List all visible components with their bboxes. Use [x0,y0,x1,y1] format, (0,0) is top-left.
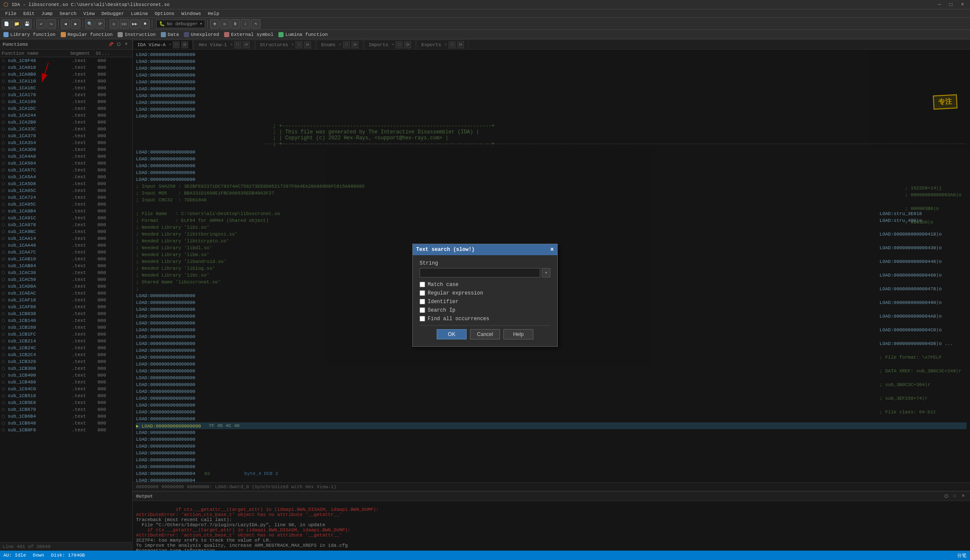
tb-sep3 [83,20,83,28]
app-icon: ⬡ [3,1,8,8]
identifier-label: Identifier [428,299,458,305]
title-bar-left: ⬡ IDA - libsscronet.so C:\Users\ali\Desk… [3,1,170,8]
tb-back[interactable]: ◀ [61,19,70,29]
modal-cancel-label: Cancel [477,331,493,337]
maximize-button[interactable]: □ [947,2,955,8]
modal-cancel-button[interactable]: Cancel [470,329,500,339]
menu-help[interactable]: Help [204,9,222,18]
tb-open[interactable]: 📁 [12,19,21,29]
menu-file[interactable]: File [2,9,20,18]
regular-expression-checkbox[interactable] [420,290,425,296]
modal-ok-button[interactable]: OK [437,329,467,339]
legend-unexplored-dot [184,32,189,37]
find-all-checkbox[interactable] [420,316,425,321]
status-right: 分笔 [957,552,967,559]
legend-external-symbol-label: External symbol [231,32,273,37]
string-input[interactable] [420,268,540,277]
tb-sep1 [34,20,34,28]
regular-expression-label: Regular expression [428,290,483,296]
tb-step-into[interactable]: ▷ [109,19,119,29]
legend-lumina-function-dot [278,32,284,37]
menu-search[interactable]: Search [56,9,80,18]
tb-stepover2[interactable]: ↷ [251,19,260,29]
status-bar: AU: Idle Down Disk: 1794GB 分笔 [0,551,970,560]
title-bar-controls: − □ × [935,2,967,8]
search-ip-label: Search Ip [428,307,455,313]
tb-sep4 [107,20,107,28]
close-button[interactable]: × [958,2,967,8]
top-area: Functions 📌 ⬡ × Function name Segment St… [0,39,970,551]
legend-data: Data [161,32,179,37]
status-mode: AU: Idle [3,553,26,558]
legend-bar: Library function Regular function Instru… [0,30,970,39]
modal-help-label: Help [513,331,524,337]
tb-new[interactable]: 📄 [2,19,11,29]
match-case-row: Match case [420,282,550,288]
text-search-modal: Text search (slow!) × String ▾ Match cas… [412,244,558,347]
legend-external-symbol: External symbol [224,32,273,37]
regular-expression-row: Regular expression [420,290,550,296]
legend-unexplored-label: Unexplored [191,32,219,37]
legend-regular-function-label: Regular function [68,32,113,37]
debugger-label: No debugger [167,21,198,27]
debugger-selector[interactable]: 🐛 No debugger ▾ [156,20,205,28]
legend-lumina-function-label: Lumina function [285,32,328,37]
legend-external-symbol-dot [224,32,229,37]
tb-run2[interactable]: ▷ [220,19,230,29]
menu-options[interactable]: Options [151,9,178,18]
tb-stop[interactable]: ■ [140,19,150,29]
tb-forward[interactable]: ▶ [71,19,80,29]
string-field: String ▾ [420,260,550,277]
menu-view[interactable]: View [80,9,98,18]
menu-jump[interactable]: Jump [38,9,56,18]
legend-lumina-function: Lumina function [278,32,328,37]
menu-debugger[interactable]: Debugger [98,9,127,18]
menu-edit[interactable]: Edit [20,9,38,18]
debugger-dropdown-icon: ▾ [200,21,203,27]
tb-undo[interactable]: ↩ [36,19,46,29]
legend-instruction-label: Instruction [124,32,156,37]
modal-buttons: OK Cancel Help [420,325,550,341]
tb-search[interactable]: 🔍 [85,19,95,29]
tb-sep5 [152,20,152,28]
tb-run[interactable]: ▶▶ [130,19,139,29]
tb-pause[interactable]: ⏸ [231,19,240,29]
modal-ok-label: OK [448,331,455,337]
tb-save[interactable]: 💾 [22,19,32,29]
identifier-checkbox[interactable] [420,299,425,304]
tb-redo[interactable]: ↪ [47,19,56,29]
string-dropdown-btn[interactable]: ▾ [542,268,550,277]
menu-windows[interactable]: Windows [178,9,204,18]
legend-instruction-dot [118,32,123,37]
legend-library-function-dot [3,32,9,37]
legend-data-dot [161,32,166,37]
modal-body: String ▾ Match case Regular expression [413,255,557,346]
match-case-label: Match case [428,282,458,288]
menu-lumina[interactable]: Lumina [127,9,151,18]
toolbar: 📄 📁 💾 ↩ ↪ ◀ ▶ 🔍 ⟳ ▷ ▷▷ ▶▶ ■ 🐛 No debugge… [0,18,970,30]
debugger-icon: 🐛 [159,21,165,27]
window-title: IDA - libsscronet.so C:\Users\ali\Deskto… [12,2,170,7]
legend-library-function: Library function [3,32,56,37]
modal-title-text: Text search (slow!) [416,247,475,253]
status-disk: Disk: 1794GB [51,553,85,558]
identifier-row: Identifier [420,299,550,305]
tb-refresh[interactable]: ⟳ [95,19,105,29]
search-ip-row: Search Ip [420,307,550,313]
tb-sep2 [58,20,59,28]
legend-regular-function: Regular function [61,32,113,37]
find-all-row: Find all occurrences [420,316,550,322]
find-all-label: Find all occurrences [428,316,489,322]
status-direction: Down [33,553,44,558]
legend-regular-function-dot [61,32,66,37]
modal-overlay: Text search (slow!) × String ▾ Match cas… [0,39,970,551]
match-case-checkbox[interactable] [420,282,425,287]
tb-bp[interactable]: ⊕ [210,19,219,29]
modal-close-button[interactable]: × [550,246,554,253]
minimize-button[interactable]: − [935,2,943,8]
legend-library-function-label: Library function [10,32,56,37]
tb-stepinto2[interactable]: ↓ [241,19,250,29]
modal-help-button[interactable]: Help [503,329,533,339]
search-ip-checkbox[interactable] [420,307,425,313]
tb-step-over[interactable]: ▷▷ [120,19,129,29]
